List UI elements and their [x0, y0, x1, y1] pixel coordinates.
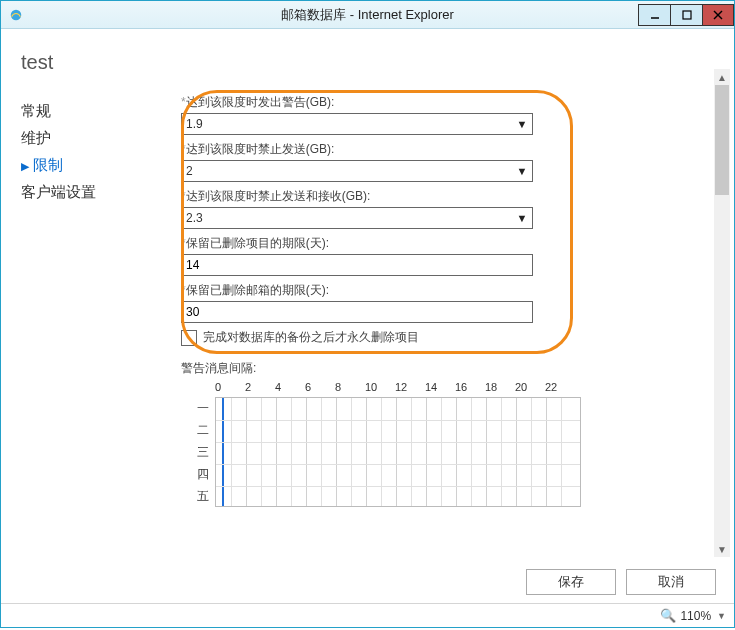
schedule-hour-label: 4: [275, 381, 305, 397]
schedule-hour-label: 10: [365, 381, 395, 397]
nav-item-limits-label: 限制: [33, 156, 63, 173]
zoom-icon[interactable]: 🔍: [660, 608, 676, 623]
schedule-hour-label: 22: [545, 381, 575, 397]
schedule-hour-label: 2: [245, 381, 275, 397]
prohibit-sendrecv-value: 2.3: [182, 211, 512, 225]
cancel-button[interactable]: 取消: [626, 569, 716, 595]
schedule-day-label: 一: [181, 397, 215, 419]
schedule-hour-label: 8: [335, 381, 365, 397]
chevron-down-icon: ▼: [512, 212, 532, 224]
chevron-down-icon: ▼: [512, 118, 532, 130]
page-title: test: [21, 51, 716, 74]
save-button[interactable]: 保存: [526, 569, 616, 595]
sidebar: 常规 维护 ▶限制 客户端设置: [21, 94, 181, 564]
schedule-hour-label: 14: [425, 381, 455, 397]
schedule-hour-label: 16: [455, 381, 485, 397]
backup-before-delete-label: 完成对数据库的备份之后才永久删除项目: [203, 329, 419, 346]
nav-item-limits[interactable]: ▶限制: [21, 152, 181, 179]
schedule-hour-label: 20: [515, 381, 545, 397]
scroll-down-icon[interactable]: ▼: [714, 541, 730, 557]
prohibit-send-value: 2: [182, 164, 512, 178]
nav-caret-icon: ▶: [21, 160, 29, 172]
schedule-grid[interactable]: [215, 397, 581, 507]
warn-label: 达到该限度时发出警告(GB):: [186, 95, 335, 109]
prohibit-send-label: 达到该限度时禁止发送(GB):: [186, 142, 335, 156]
schedule-label: 警告消息间隔:: [181, 360, 716, 377]
schedule-cursor: [222, 398, 224, 506]
warn-value: 1.9: [182, 117, 512, 131]
keep-deleted-mailbox-label: 保留已删除邮箱的期限(天):: [186, 283, 329, 297]
scroll-up-icon[interactable]: ▲: [714, 69, 730, 85]
window-maximize-button[interactable]: [670, 4, 702, 26]
chevron-down-icon[interactable]: ▼: [717, 611, 726, 621]
schedule-day-label: 三: [181, 441, 215, 463]
vertical-scrollbar[interactable]: ▲ ▼: [714, 69, 730, 557]
warn-select[interactable]: 1.9 ▼: [181, 113, 533, 135]
schedule-day-label: 四: [181, 463, 215, 485]
schedule-hour-label: 6: [305, 381, 335, 397]
prohibit-sendrecv-select[interactable]: 2.3 ▼: [181, 207, 533, 229]
svg-rect-2: [683, 11, 691, 19]
nav-item-client-settings[interactable]: 客户端设置: [21, 179, 181, 206]
zoom-level[interactable]: 110%: [680, 609, 711, 623]
scroll-thumb[interactable]: [715, 85, 729, 195]
nav-item-maintenance[interactable]: 维护: [21, 125, 181, 152]
schedule-hour-label: 12: [395, 381, 425, 397]
titlebar: 邮箱数据库 - Internet Explorer: [1, 1, 734, 29]
window-minimize-button[interactable]: [638, 4, 670, 26]
schedule-day-label: 二: [181, 419, 215, 441]
statusbar: 🔍 110% ▼: [1, 603, 734, 627]
prohibit-sendrecv-label: 达到该限度时禁止发送和接收(GB):: [186, 189, 371, 203]
prohibit-send-select[interactable]: 2 ▼: [181, 160, 533, 182]
schedule-day-label: 五: [181, 485, 215, 507]
schedule-hour-label: 18: [485, 381, 515, 397]
window-title: 邮箱数据库 - Internet Explorer: [1, 6, 734, 24]
backup-before-delete-checkbox[interactable]: [181, 330, 197, 346]
keep-deleted-items-label: 保留已删除项目的期限(天):: [186, 236, 329, 250]
schedule-hour-label: 0: [215, 381, 245, 397]
keep-deleted-items-input[interactable]: [182, 255, 532, 275]
ie-icon: [9, 8, 23, 22]
chevron-down-icon: ▼: [512, 165, 532, 177]
nav-item-general[interactable]: 常规: [21, 98, 181, 125]
window-close-button[interactable]: [702, 4, 734, 26]
keep-deleted-mailbox-input[interactable]: [182, 302, 532, 322]
